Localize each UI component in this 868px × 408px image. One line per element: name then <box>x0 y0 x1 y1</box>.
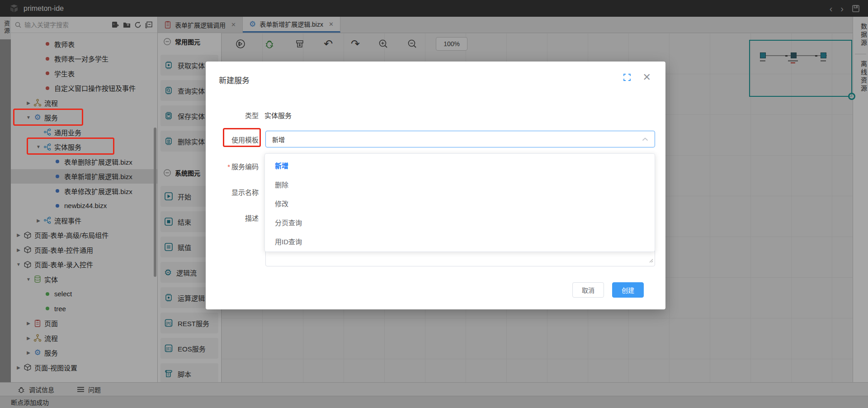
template-select-value: 新增 <box>272 135 285 144</box>
cancel-button[interactable]: 取消 <box>572 282 604 298</box>
create-button[interactable]: 创建 <box>612 282 644 298</box>
dropdown-option[interactable]: 用ID查询 <box>265 232 655 251</box>
desc-field-label: 描述 <box>206 213 259 223</box>
new-service-dialog: 新建服务 ✕ 类型 实体服务 使用模板 新增 *服务编码 显示名称 描述 新增删… <box>206 62 665 309</box>
name-field-label: 显示名称 <box>206 187 259 197</box>
dropdown-option[interactable]: 分页查询 <box>265 213 655 232</box>
close-icon[interactable]: ✕ <box>643 71 651 83</box>
dropdown-option[interactable]: 修改 <box>265 195 655 213</box>
fullscreen-icon[interactable] <box>623 73 631 83</box>
template-select[interactable]: 新增 <box>265 131 655 147</box>
dialog-title: 新建服务 <box>219 74 250 85</box>
type-field-value: 实体服务 <box>264 110 292 120</box>
chevron-up-icon <box>642 137 648 141</box>
template-field-label: 使用模板 <box>206 135 259 144</box>
dropdown-option[interactable]: 新增 <box>265 157 655 176</box>
code-field-label: *服务编码 <box>206 161 259 171</box>
resize-grip-icon[interactable] <box>649 256 653 265</box>
dropdown-option[interactable]: 删除 <box>265 176 655 195</box>
template-dropdown: 新增删除修改分页查询用ID查询 <box>264 153 655 252</box>
type-field-label: 类型 <box>206 110 259 120</box>
